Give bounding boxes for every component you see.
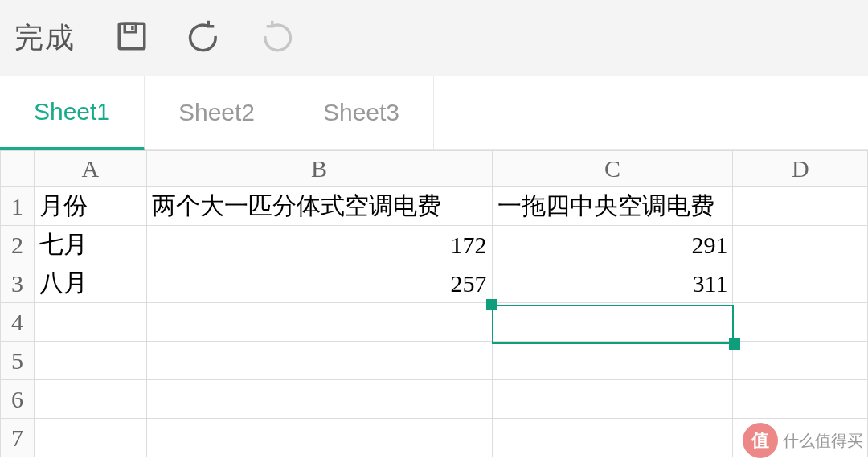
cell-B5[interactable] bbox=[146, 342, 492, 380]
cell-C3[interactable]: 311 bbox=[492, 264, 733, 303]
row-header-5[interactable]: 5 bbox=[1, 342, 35, 380]
cell-D4[interactable] bbox=[733, 303, 868, 342]
cell-C5[interactable] bbox=[492, 342, 733, 380]
tab-sheet2[interactable]: Sheet2 bbox=[145, 76, 289, 150]
cell-D2[interactable] bbox=[733, 226, 868, 264]
cell-C1[interactable]: 一拖四中央空调电费 bbox=[492, 187, 733, 226]
cell-C7[interactable] bbox=[492, 419, 733, 457]
cell-B3[interactable]: 257 bbox=[146, 264, 492, 303]
cell-C4[interactable] bbox=[492, 303, 733, 342]
cell-A6[interactable] bbox=[34, 380, 146, 419]
save-icon bbox=[115, 19, 149, 56]
col-header-D[interactable]: D bbox=[733, 151, 868, 187]
cell-A4[interactable] bbox=[34, 303, 146, 342]
cell-D1[interactable] bbox=[733, 187, 868, 226]
watermark-text: 什么值得买 bbox=[783, 430, 863, 452]
done-button[interactable]: 完成 bbox=[14, 18, 92, 58]
cell-B2[interactable]: 172 bbox=[146, 226, 492, 264]
sheet-tabs: Sheet1 Sheet2 Sheet3 bbox=[0, 76, 868, 150]
toolbar: 完成 bbox=[0, 0, 868, 76]
cell-B7[interactable] bbox=[146, 419, 492, 457]
watermark: 值 什么值得买 bbox=[743, 423, 863, 458]
row-header-6[interactable]: 6 bbox=[1, 380, 35, 419]
save-button[interactable] bbox=[100, 6, 164, 70]
row-header-7[interactable]: 7 bbox=[1, 419, 35, 457]
row-header-4[interactable]: 4 bbox=[1, 303, 35, 342]
grid[interactable]: A B C D 1 月份 两个大一匹分体式空调电费 一拖四中央空调电费 2 七月… bbox=[0, 150, 868, 457]
tab-sheet3[interactable]: Sheet3 bbox=[289, 76, 434, 150]
cell-D6[interactable] bbox=[733, 380, 868, 419]
cell-B6[interactable] bbox=[146, 380, 492, 419]
redo-button[interactable] bbox=[244, 6, 309, 70]
cell-D5[interactable] bbox=[733, 342, 868, 380]
row-header-1[interactable]: 1 bbox=[1, 187, 35, 226]
redo-icon bbox=[260, 19, 293, 56]
row-header-3[interactable]: 3 bbox=[1, 264, 35, 303]
col-header-C[interactable]: C bbox=[492, 151, 733, 187]
cell-A2[interactable]: 七月 bbox=[34, 226, 146, 264]
cell-A1[interactable]: 月份 bbox=[34, 187, 146, 226]
tab-sheet1[interactable]: Sheet1 bbox=[0, 76, 145, 150]
row-header-2[interactable]: 2 bbox=[1, 226, 35, 264]
selection-handle-tl[interactable] bbox=[486, 299, 497, 310]
cell-C6[interactable] bbox=[492, 380, 733, 419]
selection-handle-br[interactable] bbox=[729, 338, 740, 350]
svg-rect-1 bbox=[125, 23, 136, 32]
cell-B1[interactable]: 两个大一匹分体式空调电费 bbox=[146, 187, 492, 226]
cell-D3[interactable] bbox=[733, 264, 868, 303]
spreadsheet[interactable]: A B C D 1 月份 两个大一匹分体式空调电费 一拖四中央空调电费 2 七月… bbox=[0, 150, 868, 457]
cell-A5[interactable] bbox=[34, 342, 146, 380]
cell-A7[interactable] bbox=[34, 419, 146, 457]
tab-bar-empty bbox=[434, 76, 868, 150]
col-header-A[interactable]: A bbox=[34, 151, 146, 187]
cell-B4[interactable] bbox=[146, 303, 492, 342]
cell-C2[interactable]: 291 bbox=[492, 226, 733, 264]
select-all-corner[interactable] bbox=[1, 151, 35, 187]
undo-icon bbox=[187, 19, 221, 56]
cell-A3[interactable]: 八月 bbox=[34, 264, 146, 303]
undo-button[interactable] bbox=[172, 6, 236, 70]
col-header-B[interactable]: B bbox=[146, 151, 492, 187]
watermark-badge: 值 bbox=[743, 423, 778, 458]
